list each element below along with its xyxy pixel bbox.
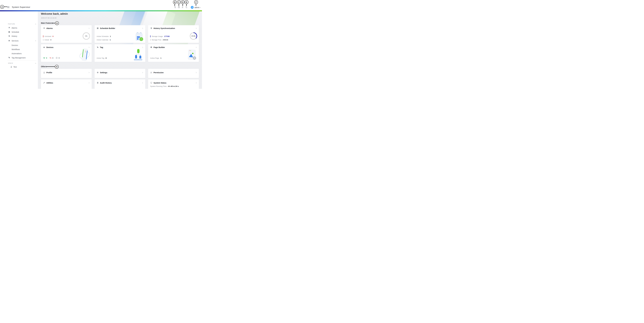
annotation-c: C	[177, 0, 181, 4]
history-document-icon	[8, 35, 10, 37]
chevron-right-icon[interactable]	[142, 46, 144, 48]
calendar-icon	[8, 31, 10, 33]
sidebar-item-schedule[interactable]: Schedule	[12, 31, 19, 33]
card-profile[interactable]: Profile	[41, 69, 92, 78]
chevron-right-icon[interactable]	[195, 46, 197, 48]
sidebar-section-space: SPACE	[8, 62, 13, 64]
chevron-down-icon[interactable]	[200, 6, 202, 9]
sidebar-item-alarms[interactable]: Alarms	[12, 27, 17, 29]
chevron-right-icon[interactable]	[88, 72, 90, 73]
annotation-line-d	[182, 3, 183, 6]
sidebar-item-services[interactable]: Services	[12, 40, 18, 42]
user-avatar[interactable]: A	[191, 6, 194, 9]
chevron-right-icon[interactable]	[142, 27, 144, 29]
section-title-others: Others	[41, 65, 47, 67]
collapse-chevron-icon[interactable]	[35, 23, 36, 25]
app-title: System Supervisor	[12, 6, 30, 8]
card-system-status[interactable]: System Status System Running Time 4 h 40…	[148, 79, 199, 89]
devices-building-icon	[43, 46, 45, 48]
person-icon	[43, 71, 45, 74]
stat-active-tag: Active Tag 0	[96, 57, 106, 59]
chevron-right-icon[interactable]	[195, 82, 197, 84]
card-schedule-builder[interactable]: Schedule Builder Active Schedule 1 Activ…	[94, 25, 145, 43]
card-title: Page Builder	[154, 46, 194, 48]
wrench-icon	[43, 82, 45, 84]
chevron-right-icon[interactable]	[195, 27, 197, 29]
card-title: Settings	[100, 71, 140, 74]
people-icon	[150, 71, 152, 74]
card-alarms[interactable]: Alarms UnAcked 0 Acked 0 0%	[41, 25, 92, 43]
annotation-e: E	[185, 0, 188, 4]
hamburger-menu-icon[interactable]	[7, 6, 10, 8]
annotation-h: H	[55, 65, 58, 69]
device-offline-icon	[49, 57, 52, 59]
chevron-right-icon[interactable]	[142, 82, 144, 84]
card-settings[interactable]: Settings	[94, 69, 145, 78]
annotation-f: F	[194, 0, 198, 4]
sidebar-item-tag-management[interactable]: Tag Management	[12, 57, 26, 59]
device-disabled-icon	[56, 57, 58, 59]
annotation-g: G	[55, 21, 59, 25]
card-title: Alarms	[46, 27, 87, 29]
sidebar-item-test[interactable]: Test	[14, 66, 17, 68]
card-title: Audit History	[100, 82, 140, 84]
card-audit-history[interactable]: Audit History	[94, 79, 145, 89]
chevron-right-icon[interactable]	[88, 27, 90, 29]
card-history-synchronization[interactable]: History Synchronization Storage Usage 17…	[148, 25, 199, 43]
stat-active-page: Active Page 1	[150, 57, 162, 59]
user-name[interactable]: admin	[194, 6, 200, 8]
flask-icon	[10, 66, 12, 68]
devices-disconnected-count: 0	[49, 57, 54, 59]
notifications-bell-icon[interactable]	[174, 6, 176, 8]
sidebar-item-workflows[interactable]: Workflows	[12, 48, 20, 50]
storage-donut-chart: 37.3%	[190, 32, 197, 40]
annotation-line-g	[52, 23, 55, 23]
services-building-icon	[8, 39, 10, 42]
calendar-icon	[96, 27, 99, 29]
sidebar-item-automations[interactable]: Automations	[12, 52, 22, 54]
annotation-b: B	[173, 0, 177, 4]
device-online-icon	[43, 57, 45, 59]
audit-document-icon	[96, 82, 99, 84]
devices-illustration	[79, 48, 90, 61]
annotation-a: A	[0, 5, 4, 9]
collapse-chevron-icon[interactable]	[35, 62, 36, 64]
card-permission[interactable]: Permission	[148, 69, 199, 78]
welcome-title: Welcome back, admin	[41, 12, 68, 15]
chevron-right-icon[interactable]	[195, 72, 197, 73]
tag-illustration	[133, 48, 143, 61]
sidebar-item-devices[interactable]: Devices	[12, 44, 18, 46]
devices-disabled-count: 0	[56, 57, 60, 59]
card-page-builder[interactable]: Page Builder Active Page 1	[148, 44, 199, 62]
monitor-icon	[150, 82, 152, 84]
annotation-line-a	[4, 6, 7, 7]
devices-connected-count: 0	[43, 57, 47, 59]
history-document-icon	[150, 27, 152, 29]
stat-active-calendar: Active Calendar 1	[96, 39, 111, 41]
language-translate-icon[interactable]	[185, 6, 188, 8]
sidebar-item-history[interactable]: History	[12, 35, 17, 37]
card-utilities[interactable]: Utilities	[41, 79, 92, 89]
stat-unacked: UnAcked 0	[43, 35, 54, 37]
app-window: System Supervisor A admin	[0, 0, 202, 89]
collapse-chevron-icon[interactable]	[35, 40, 36, 41]
tag-icon	[96, 46, 99, 48]
stat-acked: Acked 0	[43, 39, 54, 41]
welcome-timestamp: 2025-07-08 13:18:40	[41, 17, 56, 19]
schedule-illustration	[135, 32, 144, 42]
bell-icon	[43, 27, 45, 29]
bell-icon	[8, 27, 10, 29]
chevron-right-icon[interactable]	[88, 82, 90, 84]
theme-brightness-icon[interactable]	[181, 6, 184, 8]
mail-icon[interactable]	[178, 6, 180, 8]
card-title: Permission	[154, 71, 194, 74]
card-title: Utilities	[46, 82, 87, 84]
chevron-right-icon[interactable]	[142, 72, 144, 73]
sidebar-section-feature: FEATURE	[8, 23, 15, 25]
card-devices[interactable]: Devices 0 0 0	[41, 44, 92, 62]
svg-text:0%: 0%	[85, 35, 87, 37]
gradient-divider	[0, 10, 202, 11]
annotation-line-e	[186, 3, 187, 6]
card-tag[interactable]: Tag Active Tag 0	[94, 44, 145, 62]
annotation-line-h	[46, 66, 55, 67]
